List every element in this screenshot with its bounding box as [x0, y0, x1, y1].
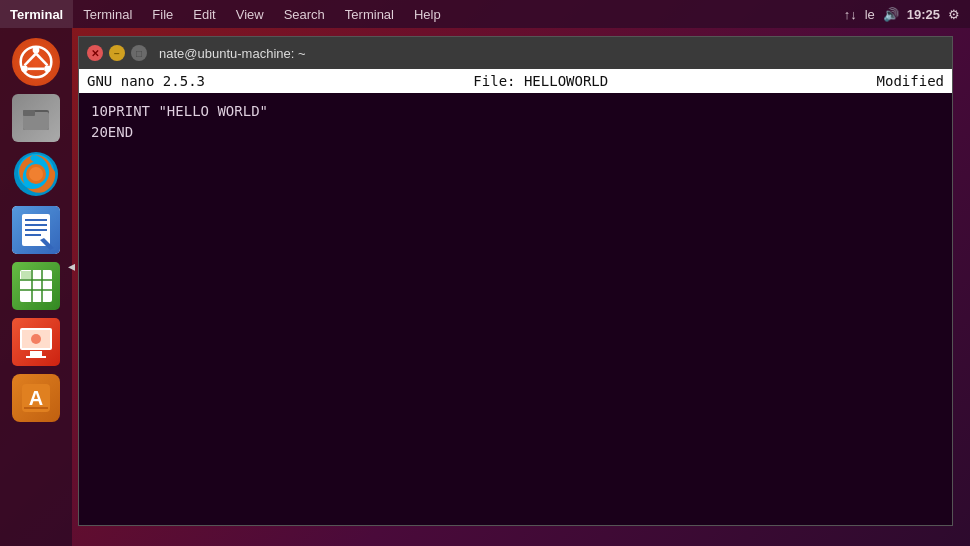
writer-icon	[12, 206, 60, 254]
nano-filename: File: HELLOWORLD	[473, 73, 608, 89]
firefox-icon	[12, 150, 60, 198]
maximize-button[interactable]: □	[131, 45, 147, 61]
network-icon: ↑↓	[844, 7, 857, 22]
menu-help[interactable]: Help	[404, 0, 451, 28]
svg-rect-9	[23, 110, 35, 116]
launcher-calc[interactable]	[10, 260, 62, 312]
nano-status: Modified	[877, 73, 944, 89]
nano-version: GNU nano 2.5.3	[87, 73, 205, 89]
menu-bar: Terminal Terminal File Edit View Search …	[0, 0, 970, 28]
launcher-writer[interactable]	[10, 204, 62, 256]
keyboard-icon: le	[865, 7, 875, 22]
svg-text:A: A	[29, 387, 43, 409]
terminal-window: ✕ − □ nate@ubuntu-machine: ~ GNU nano 2.…	[78, 36, 953, 526]
impress-icon	[12, 318, 60, 366]
svg-line-5	[36, 54, 47, 66]
svg-rect-31	[26, 356, 46, 358]
menu-items: Terminal Terminal File Edit View Search …	[0, 0, 451, 28]
svg-point-32	[31, 334, 41, 344]
calc-icon	[12, 262, 60, 310]
menu-terminal2[interactable]: Terminal	[335, 0, 404, 28]
volume-icon: 🔊	[883, 7, 899, 22]
svg-rect-16	[25, 219, 47, 221]
svg-rect-18	[25, 229, 47, 231]
terminal-title: nate@ubuntu-machine: ~	[159, 46, 306, 61]
nano-content[interactable]: 10PRINT "HELLO WORLD" 20END	[79, 93, 952, 525]
nano-editor[interactable]: GNU nano 2.5.3 File: HELLOWORLD Modified…	[79, 69, 952, 525]
svg-point-1	[33, 47, 40, 54]
clock: 19:25	[907, 7, 940, 22]
svg-point-3	[44, 65, 51, 72]
launcher-ubuntu[interactable]	[10, 36, 62, 88]
terminal-titlebar: ✕ − □ nate@ubuntu-machine: ~	[79, 37, 952, 69]
close-button[interactable]: ✕	[87, 45, 103, 61]
svg-rect-26	[21, 271, 31, 279]
launcher-files[interactable]	[10, 92, 62, 144]
menu-edit[interactable]: Edit	[183, 0, 225, 28]
nano-line-2: 20END	[91, 122, 940, 143]
ubuntu-logo-icon	[12, 38, 60, 86]
menu-terminal-app[interactable]: Terminal	[0, 0, 73, 28]
appstore-icon: A	[12, 374, 60, 422]
menu-view[interactable]: View	[226, 0, 274, 28]
menu-terminal[interactable]: Terminal	[73, 0, 142, 28]
launcher-appstore[interactable]: A	[10, 372, 62, 424]
system-tray: ↑↓ le 🔊 19:25 ⚙	[844, 7, 970, 22]
unity-launcher: A	[0, 28, 72, 546]
nano-header: GNU nano 2.5.3 File: HELLOWORLD Modified	[79, 69, 952, 93]
launcher-firefox[interactable]	[10, 148, 62, 200]
nano-line-1: 10PRINT "HELLO WORLD"	[91, 101, 940, 122]
svg-rect-19	[25, 234, 41, 236]
files-icon	[12, 94, 60, 142]
settings-icon[interactable]: ⚙	[948, 7, 960, 22]
svg-line-4	[25, 54, 36, 66]
sidebar-arrow: ◂	[68, 258, 75, 274]
svg-rect-17	[25, 224, 47, 226]
minimize-button[interactable]: −	[109, 45, 125, 61]
menu-search[interactable]: Search	[274, 0, 335, 28]
svg-rect-30	[30, 351, 42, 356]
svg-point-12	[29, 167, 43, 181]
launcher-impress[interactable]	[10, 316, 62, 368]
menu-file[interactable]: File	[142, 0, 183, 28]
svg-point-2	[21, 65, 28, 72]
